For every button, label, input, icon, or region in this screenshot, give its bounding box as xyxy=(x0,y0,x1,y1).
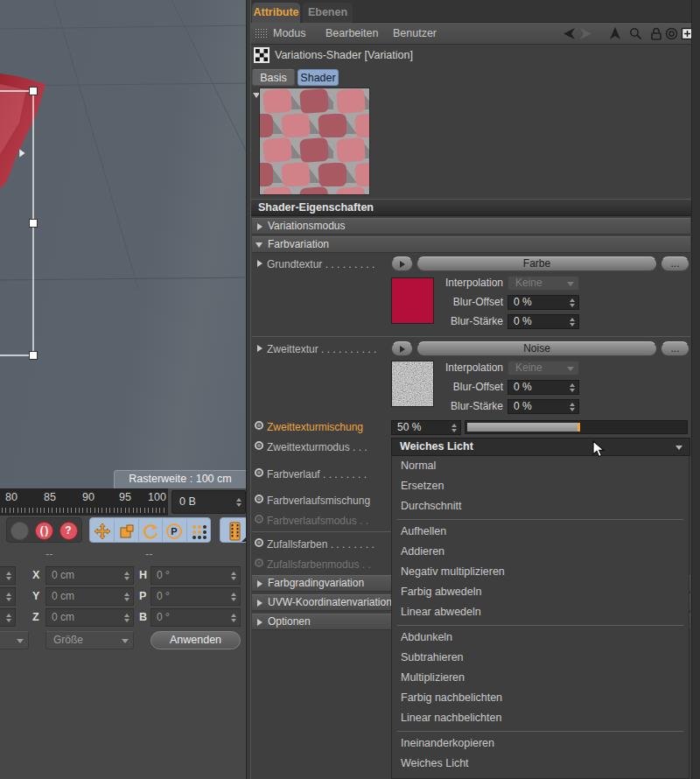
rotation-p-field[interactable]: 0 ° xyxy=(150,587,241,606)
spinner-arrows-icon[interactable] xyxy=(567,382,577,393)
spinner-arrows-icon[interactable] xyxy=(228,610,238,625)
history-back-forward-icons[interactable] xyxy=(563,27,592,40)
menu-item[interactable]: Abdunkeln xyxy=(392,628,689,648)
keyframe-dot-icon[interactable] xyxy=(255,441,263,450)
menu-item[interactable]: Subtrahieren xyxy=(392,648,689,668)
up-arrow-icon[interactable] xyxy=(608,27,622,40)
texture-preview-image[interactable] xyxy=(259,88,370,195)
farbverlauf-label: Farbverlauf . . . . . . . . xyxy=(267,467,367,482)
menu-item[interactable]: Farbig nachbelichten xyxy=(392,688,689,708)
dropdown-stub[interactable] xyxy=(0,631,29,649)
spinner-arrows-icon[interactable] xyxy=(122,589,131,604)
tab-shader[interactable]: Shader xyxy=(298,69,339,86)
position-x-field[interactable]: 0 cm xyxy=(46,566,134,585)
section-variationsmodus[interactable]: Variationsmodus xyxy=(252,218,690,235)
lock-icon[interactable] xyxy=(650,27,662,40)
menu-item[interactable]: Linear nachbelichten xyxy=(392,708,689,728)
color-swatch[interactable] xyxy=(391,277,434,324)
help-button[interactable]: ? xyxy=(56,519,80,543)
zweittextur-arrow-button[interactable] xyxy=(391,341,413,356)
menu-item[interactable]: Linear abwedeln xyxy=(392,602,689,622)
tab-basis[interactable]: Basis xyxy=(252,69,295,86)
spinner-arrows-icon[interactable] xyxy=(228,568,238,583)
spinner-arrows-icon[interactable] xyxy=(228,589,238,604)
slider-handle[interactable] xyxy=(578,423,580,432)
key-tool-button[interactable] xyxy=(7,519,32,543)
menu-item[interactable]: Weiches Licht xyxy=(392,754,689,774)
spinner-arrows-icon[interactable] xyxy=(4,589,13,604)
zweittexturmodus-label: Zweittexturmodus . . . xyxy=(267,440,368,455)
blur-offset-field[interactable]: 0 % xyxy=(508,380,579,395)
scale-tool-button[interactable] xyxy=(114,519,137,543)
spinner-arrows-icon[interactable] xyxy=(122,610,131,625)
blur-staerke-field[interactable]: 0 % xyxy=(508,399,579,414)
spinner-arrows-icon[interactable] xyxy=(567,316,577,327)
menu-item[interactable]: Ersetzen xyxy=(392,476,689,496)
spinner-arrows-icon[interactable] xyxy=(122,568,131,583)
spinner-arrows-icon[interactable] xyxy=(4,610,13,625)
menu-separator xyxy=(392,622,689,628)
section-label: Variationsmodus xyxy=(268,220,346,232)
rotate-tool-button[interactable] xyxy=(138,519,162,543)
grundtextur-more-button[interactable]: ... xyxy=(661,256,690,271)
menu-item[interactable]: Addieren xyxy=(392,542,689,562)
record-button[interactable]: ( ) xyxy=(32,519,56,543)
snap-settings-button[interactable] xyxy=(186,519,210,543)
target-icon[interactable] xyxy=(665,27,678,40)
tab-attribute[interactable]: Attribute xyxy=(252,3,300,23)
menu-benutzer[interactable]: Benutzer xyxy=(393,23,437,44)
mischung-value-field[interactable]: 50 % xyxy=(391,420,461,435)
timeline-ruler[interactable]: 80 85 90 95 100 xyxy=(0,488,169,516)
field-stub[interactable] xyxy=(0,608,16,627)
menu-item[interactable]: Ineinanderkopieren xyxy=(392,733,689,754)
search-icon[interactable] xyxy=(629,27,642,40)
current-frame-field[interactable]: 0 B xyxy=(172,490,246,514)
rotation-b-field[interactable]: 0 ° xyxy=(150,608,241,627)
position-z-field[interactable]: 0 cm xyxy=(46,608,134,627)
position-y-field[interactable]: 0 cm xyxy=(46,587,134,606)
menu-bearbeiten[interactable]: Bearbeiten xyxy=(326,23,378,44)
menu-item[interactable]: Multiplizieren xyxy=(392,668,689,688)
menu-modus[interactable]: Modus xyxy=(273,23,306,44)
keyframe-dot-icon[interactable] xyxy=(255,538,263,547)
zweittexturmodus-select[interactable]: Weiches Licht xyxy=(391,438,690,456)
menu-item[interactable]: Aufhellen xyxy=(392,522,689,542)
menu-item[interactable]: Durchschnitt xyxy=(392,496,689,516)
menu-item[interactable]: Normal xyxy=(392,456,689,476)
disclosure-triangle-icon[interactable] xyxy=(257,345,262,352)
spinner-arrows-icon[interactable] xyxy=(4,568,13,583)
tab-ebenen[interactable]: Ebenen xyxy=(303,3,353,23)
grundtextur-arrow-button[interactable] xyxy=(391,256,413,271)
parent-tool-button[interactable]: P xyxy=(162,519,186,543)
move-tool-button[interactable] xyxy=(90,519,114,543)
menu-separator xyxy=(392,728,689,733)
field-stub[interactable] xyxy=(0,566,16,585)
blur-staerke-field[interactable]: 0 % xyxy=(508,314,579,329)
grundtextur-shader-button[interactable]: Farbe xyxy=(416,256,657,271)
disclosure-triangle-icon[interactable] xyxy=(257,260,262,267)
interpolation-dropdown[interactable]: Keine xyxy=(508,276,579,291)
field-stub[interactable] xyxy=(0,587,16,606)
render-view-button[interactable] xyxy=(220,519,248,543)
interpolation-dropdown[interactable]: Keine xyxy=(508,361,579,375)
menu-item[interactable]: Negativ multiplizieren xyxy=(392,562,689,582)
spinner-arrows-icon[interactable] xyxy=(449,422,458,433)
rotation-h-field[interactable]: 0 ° xyxy=(150,566,241,585)
zweittextur-more-button[interactable]: ... xyxy=(661,341,690,356)
size-dropdown[interactable]: Größe xyxy=(46,631,134,649)
zweittextur-shader-button[interactable]: Noise xyxy=(416,341,657,356)
spinner-arrows-icon[interactable] xyxy=(234,492,243,512)
section-farbvariation[interactable]: Farbvariation xyxy=(252,236,690,253)
noise-swatch[interactable] xyxy=(391,361,434,407)
spinner-arrows-icon[interactable] xyxy=(567,401,577,412)
panel-grip-icon[interactable] xyxy=(255,28,267,39)
menu-item[interactable]: Farbig abwedeln xyxy=(392,582,689,602)
keyframe-dot-icon[interactable] xyxy=(255,421,263,430)
viewport-3d[interactable]: Rasterweite : 100 cm xyxy=(0,0,249,488)
keyframe-dot-icon[interactable] xyxy=(255,468,263,477)
blur-offset-field[interactable]: 0 % xyxy=(508,295,579,310)
mischung-slider[interactable] xyxy=(465,420,688,434)
keyframe-dot-icon[interactable] xyxy=(255,495,263,503)
apply-button[interactable]: Anwenden xyxy=(150,631,241,649)
spinner-arrows-icon[interactable] xyxy=(567,297,577,308)
